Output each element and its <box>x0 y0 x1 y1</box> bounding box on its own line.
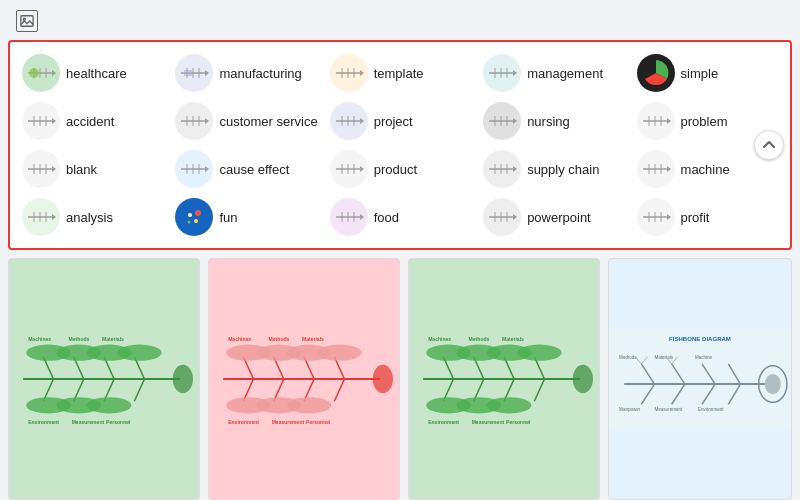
svg-marker-99 <box>667 214 671 220</box>
tag-item-fun[interactable]: fun <box>171 196 321 238</box>
tag-thumb-powerpoint <box>483 198 521 236</box>
tag-thumb-cause-effect <box>175 150 213 188</box>
svg-marker-23 <box>513 70 517 76</box>
tag-item-customer-service[interactable]: customer service <box>171 100 321 142</box>
fishbone-diagram-blue: FISHBONE DIAGRAM Methods Materials Machi… <box>609 259 791 499</box>
svg-point-7 <box>29 68 39 78</box>
svg-text:Methods: Methods <box>469 336 490 342</box>
tag-label-supply-chain: supply chain <box>527 162 599 177</box>
tag-label-cause-effect: cause effect <box>219 162 289 177</box>
svg-text:Methods: Methods <box>269 336 290 342</box>
svg-text:Environment: Environment <box>698 407 724 412</box>
svg-rect-169 <box>609 328 791 429</box>
header <box>0 0 800 40</box>
collapse-button[interactable] <box>754 130 784 160</box>
tag-item-manufacturing[interactable]: manufacturing <box>171 52 321 94</box>
svg-point-147 <box>573 365 593 393</box>
svg-marker-64 <box>360 166 364 172</box>
bottom-images-row: Machines Methods Materials Environment M… <box>0 258 800 500</box>
svg-point-162 <box>487 397 531 413</box>
svg-marker-54 <box>52 166 56 172</box>
tag-item-supply-chain[interactable]: supply chain <box>479 148 628 190</box>
tag-item-simple[interactable]: simple <box>633 52 782 94</box>
tag-thumb-supply-chain <box>483 150 521 188</box>
tag-item-project[interactable]: project <box>326 100 475 142</box>
tag-item-blank[interactable]: blank <box>18 148 167 190</box>
svg-marker-29 <box>52 118 56 124</box>
svg-point-101 <box>173 365 193 393</box>
svg-text:Machines: Machines <box>428 336 451 342</box>
svg-point-159 <box>517 345 561 361</box>
svg-marker-49 <box>667 118 671 124</box>
svg-text:Personnel: Personnel <box>106 420 131 426</box>
svg-text:Environment: Environment <box>28 420 59 426</box>
svg-text:Personnel: Personnel <box>506 420 531 426</box>
tag-item-food[interactable]: food <box>326 196 475 238</box>
bottom-image-img2[interactable]: Machines Methods Materials Environment M… <box>208 258 400 500</box>
svg-text:FISHBONE DIAGRAM: FISHBONE DIAGRAM <box>669 336 731 342</box>
svg-text:Machines: Machines <box>228 336 251 342</box>
svg-rect-0 <box>21 16 33 27</box>
tag-label-project: project <box>374 114 413 129</box>
tag-item-management[interactable]: management <box>479 52 628 94</box>
tag-thumb-profit <box>637 198 675 236</box>
svg-marker-34 <box>205 118 209 124</box>
fishbone-diagram-img3: Machines Methods Materials Environment M… <box>413 263 595 495</box>
tag-thumb-fun <box>175 198 213 236</box>
tag-thumb-product <box>330 150 368 188</box>
image-icon <box>16 10 38 32</box>
svg-line-109 <box>134 379 144 401</box>
tag-label-machine: machine <box>681 162 730 177</box>
svg-text:Environment: Environment <box>428 420 459 426</box>
svg-marker-18 <box>360 70 364 76</box>
tag-label-fun: fun <box>219 210 237 225</box>
svg-point-81 <box>188 213 192 217</box>
tag-label-analysis: analysis <box>66 210 113 225</box>
bottom-image-img3[interactable]: Machines Methods Materials Environment M… <box>408 258 600 500</box>
svg-text:Manpower: Manpower <box>619 407 641 412</box>
svg-point-124 <box>373 365 393 393</box>
tag-thumb-simple <box>637 54 675 92</box>
tag-label-accident: accident <box>66 114 114 129</box>
svg-marker-12 <box>205 70 209 76</box>
tag-item-accident[interactable]: accident <box>18 100 167 142</box>
svg-line-132 <box>334 379 344 401</box>
fishbone-diagram-img2: Machines Methods Materials Environment M… <box>213 263 395 495</box>
tag-item-cause-effect[interactable]: cause effect <box>171 148 321 190</box>
svg-text:Materials: Materials <box>502 336 524 342</box>
tag-thumb-nursing <box>483 102 521 140</box>
svg-text:Machine: Machine <box>695 355 713 360</box>
tag-thumb-problem <box>637 102 675 140</box>
svg-marker-79 <box>52 214 56 220</box>
svg-point-136 <box>317 345 361 361</box>
tag-item-template[interactable]: template <box>326 52 475 94</box>
tag-thumb-manufacturing <box>175 54 213 92</box>
svg-text:Methods: Methods <box>619 355 637 360</box>
tag-item-analysis[interactable]: analysis <box>18 196 167 238</box>
fishbone-diagram-img1: Machines Methods Materials Environment M… <box>13 263 195 495</box>
tag-label-product: product <box>374 162 417 177</box>
tag-item-nursing[interactable]: nursing <box>479 100 628 142</box>
svg-marker-39 <box>360 118 364 124</box>
svg-text:Machines: Machines <box>28 336 51 342</box>
svg-point-80 <box>181 204 207 230</box>
svg-marker-44 <box>513 118 517 124</box>
svg-point-116 <box>87 397 131 413</box>
tag-item-powerpoint[interactable]: powerpoint <box>479 196 628 238</box>
bottom-image-img4[interactable]: FISHBONE DIAGRAM Methods Materials Machi… <box>608 258 792 500</box>
svg-point-139 <box>287 397 331 413</box>
tag-item-product[interactable]: product <box>326 148 475 190</box>
svg-text:Materials: Materials <box>302 336 324 342</box>
svg-text:Personnel: Personnel <box>306 420 331 426</box>
tag-label-healthcare: healthcare <box>66 66 127 81</box>
tag-thumb-blank <box>22 150 60 188</box>
tag-label-blank: blank <box>66 162 97 177</box>
svg-text:Measurement: Measurement <box>72 420 105 426</box>
tag-label-customer-service: customer service <box>219 114 317 129</box>
tag-item-healthcare[interactable]: healthcare <box>18 52 167 94</box>
tag-item-profit[interactable]: profit <box>633 196 782 238</box>
tag-label-food: food <box>374 210 399 225</box>
bottom-image-img1[interactable]: Machines Methods Materials Environment M… <box>8 258 200 500</box>
svg-text:Methods: Methods <box>69 336 90 342</box>
tag-thumb-food <box>330 198 368 236</box>
